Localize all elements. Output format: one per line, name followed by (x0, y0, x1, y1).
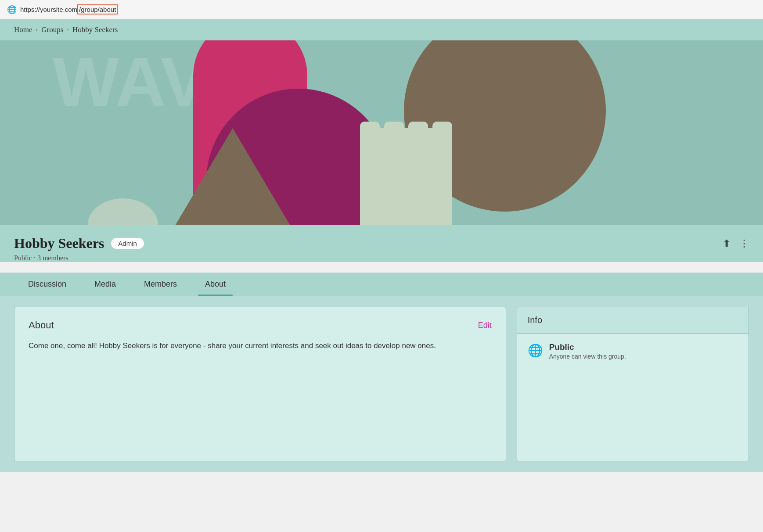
more-options-icon[interactable]: ⋮ (739, 238, 749, 249)
tabs-bar: Discussion Media Members About (0, 273, 763, 296)
info-visibility-row: 🌐 Public Anyone can view this group. (528, 342, 738, 360)
info-desc: Anyone can view this group. (549, 353, 626, 360)
about-card-header: About Edit (29, 320, 492, 331)
tab-discussion[interactable]: Discussion (14, 273, 80, 296)
svg-rect-9 (360, 122, 380, 135)
svg-rect-11 (408, 122, 428, 135)
breadcrumb-sep2: › (67, 26, 69, 33)
url-prefix: https://yoursite.com (20, 6, 77, 13)
group-title-left: Hobby Seekers Admin (14, 235, 144, 252)
info-card: Info 🌐 Public Anyone can view this group… (517, 307, 749, 461)
share-icon[interactable]: ⬆ (723, 238, 731, 249)
hero-image: WAV (0, 40, 763, 225)
breadcrumb-current: Hobby Seekers (72, 25, 118, 34)
admin-badge: Admin (111, 238, 144, 249)
info-card-title: Info (517, 307, 749, 334)
breadcrumb-sep1: › (36, 26, 38, 33)
breadcrumb: Home › Groups › Hobby Seekers (0, 19, 763, 40)
tab-media[interactable]: Media (80, 273, 130, 296)
info-label: Public (549, 342, 626, 352)
content-area: About Edit Come one, come all! Hobby See… (0, 296, 763, 472)
globe-info-icon: 🌐 (528, 343, 543, 358)
group-actions: ⬆ ⋮ (723, 238, 749, 249)
breadcrumb-home[interactable]: Home (14, 25, 32, 34)
edit-link[interactable]: Edit (478, 321, 492, 330)
svg-rect-10 (384, 122, 404, 135)
url-highlighted: /group/about (77, 4, 118, 14)
address-url[interactable]: https://yoursite.com/group/about (20, 6, 118, 13)
tab-about[interactable]: About (191, 273, 240, 296)
tab-members[interactable]: Members (130, 273, 191, 296)
about-card: About Edit Come one, come all! Hobby See… (14, 307, 506, 461)
hero-shapes: WAV (0, 40, 763, 225)
svg-rect-8 (360, 128, 452, 225)
group-subtitle: Public · 3 members (14, 254, 749, 262)
breadcrumb-groups[interactable]: Groups (41, 25, 63, 34)
address-bar: 🌐 https://yoursite.com/group/about (0, 0, 763, 19)
svg-rect-12 (432, 122, 452, 135)
about-card-title: About (29, 320, 54, 331)
group-title-row: Hobby Seekers Admin ⬆ ⋮ (14, 235, 749, 252)
info-visibility-text: Public Anyone can view this group. (549, 342, 626, 360)
svg-text:WAV: WAV (53, 43, 208, 121)
globe-icon: 🌐 (7, 5, 17, 14)
about-card-body: Come one, come all! Hobby Seekers is for… (29, 340, 492, 352)
group-title: Hobby Seekers (14, 235, 104, 252)
group-info-bar: Hobby Seekers Admin ⬆ ⋮ Public · 3 membe… (0, 225, 763, 262)
info-card-body: 🌐 Public Anyone can view this group. (517, 334, 749, 369)
